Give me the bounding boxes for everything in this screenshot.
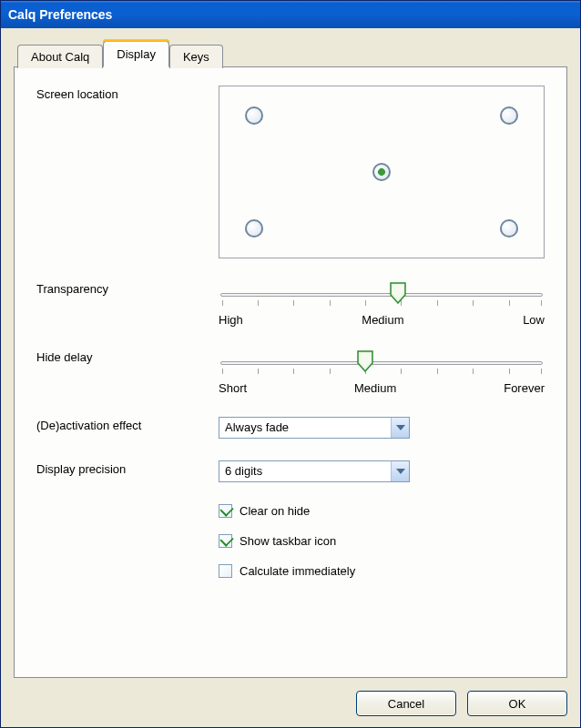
screen-location-top-right[interactable] (500, 106, 518, 125)
slider-label-left: Short (219, 381, 247, 395)
row-display-precision: Display precision 6 digits (36, 460, 545, 482)
row-screen-location: Screen location (36, 86, 545, 258)
screen-location-label: Screen location (36, 86, 219, 101)
slider-tick (222, 369, 223, 374)
hide-delay-thumb[interactable] (357, 350, 373, 372)
checkbox-icon (219, 504, 232, 518)
slider-tick (509, 369, 510, 374)
slider-tick (330, 300, 331, 306)
screen-location-center[interactable] (372, 163, 391, 181)
screen-location-bottom-left[interactable] (245, 219, 263, 238)
screen-location-bottom-right[interactable] (500, 219, 518, 238)
slider-tick (401, 369, 402, 374)
transparency-label: Transparency (36, 280, 219, 296)
slider-tick (258, 300, 259, 306)
checkbox-label: Show taskbar icon (240, 534, 336, 548)
screen-location-box (219, 86, 545, 258)
tab-display[interactable]: Display (103, 41, 169, 67)
slider-tick (222, 300, 223, 306)
precision-value: 6 digits (219, 461, 391, 481)
row-transparency: Transparency (36, 280, 545, 327)
effect-label: (De)activation effect (36, 417, 219, 432)
effect-value: Always fade (219, 418, 391, 438)
slider-tick (258, 369, 259, 374)
row-deactivation-effect: (De)activation effect Always fade (36, 417, 545, 439)
row-checkboxes: Clear on hide Show taskbar icon Calculat… (36, 504, 545, 594)
slider-label-right: Low (523, 313, 545, 327)
slider-label-mid: Medium (354, 381, 396, 395)
show-taskbar-icon-checkbox[interactable]: Show taskbar icon (219, 534, 545, 548)
slider-tick (437, 369, 438, 374)
slider-tick (437, 300, 438, 306)
checkbox-icon (219, 534, 232, 548)
window-title: Calq Preferences (8, 7, 112, 22)
slider-track (220, 361, 543, 365)
tab-label: Display (117, 47, 156, 61)
chevron-down-icon[interactable] (391, 461, 409, 481)
transparency-thumb[interactable] (390, 282, 406, 304)
precision-label: Display precision (36, 460, 219, 476)
screen-location-top-left[interactable] (245, 106, 263, 125)
precision-control: 6 digits (219, 460, 545, 482)
slider-tick (293, 300, 294, 306)
row-hide-delay: Hide delay (36, 349, 545, 395)
checkbox-icon (219, 564, 232, 578)
clear-on-hide-checkbox[interactable]: Clear on hide (219, 504, 545, 518)
checkbox-label: Calculate immediately (240, 564, 355, 578)
hide-delay-labels: Short Medium Forever (219, 381, 545, 395)
tab-label: Keys (183, 50, 209, 64)
slider-tick (330, 369, 331, 374)
transparency-slider[interactable] (219, 286, 545, 306)
slider-tick (473, 369, 474, 374)
titlebar: Calq Preferences (1, 1, 580, 28)
hide-delay-slider[interactable] (219, 354, 545, 374)
slider-tick (365, 300, 366, 306)
slider-tick (541, 369, 542, 374)
hide-delay-label: Hide delay (36, 349, 219, 364)
tab-keys[interactable]: Keys (169, 45, 223, 68)
effect-control: Always fade (219, 417, 545, 439)
transparency-labels: High Medium Low (219, 313, 545, 327)
checkbox-group: Clear on hide Show taskbar icon Calculat… (219, 504, 545, 594)
tabstrip: About Calq Display Keys (14, 41, 567, 67)
tab-label: About Calq (31, 50, 89, 64)
dialog-buttons: Cancel OK (14, 678, 567, 716)
cancel-button[interactable]: Cancel (356, 691, 456, 716)
client-area: About Calq Display Keys Screen location (1, 28, 580, 727)
calculate-immediately-checkbox[interactable]: Calculate immediately (219, 564, 545, 578)
slider-label-right: Forever (504, 381, 545, 395)
tabpage-display: Screen location Transparency (14, 66, 567, 678)
tab-about-calq[interactable]: About Calq (17, 45, 103, 68)
chevron-down-icon[interactable] (391, 418, 409, 438)
slider-tick (473, 300, 474, 306)
preferences-window: Calq Preferences About Calq Display Keys… (0, 0, 581, 728)
slider-track (220, 293, 543, 297)
screen-location-control (219, 86, 545, 258)
spacer (36, 504, 219, 506)
ok-button[interactable]: OK (467, 691, 567, 716)
slider-tick (293, 369, 294, 374)
slider-tick (509, 300, 510, 306)
slider-label-left: High (219, 313, 243, 327)
slider-label-mid: Medium (362, 313, 403, 327)
hide-delay-control: Short Medium Forever (219, 349, 545, 395)
slider-tick (541, 300, 542, 306)
transparency-control: High Medium Low (219, 280, 545, 327)
effect-combobox[interactable]: Always fade (219, 417, 410, 439)
checkbox-label: Clear on hide (240, 504, 310, 518)
precision-combobox[interactable]: 6 digits (219, 460, 410, 482)
